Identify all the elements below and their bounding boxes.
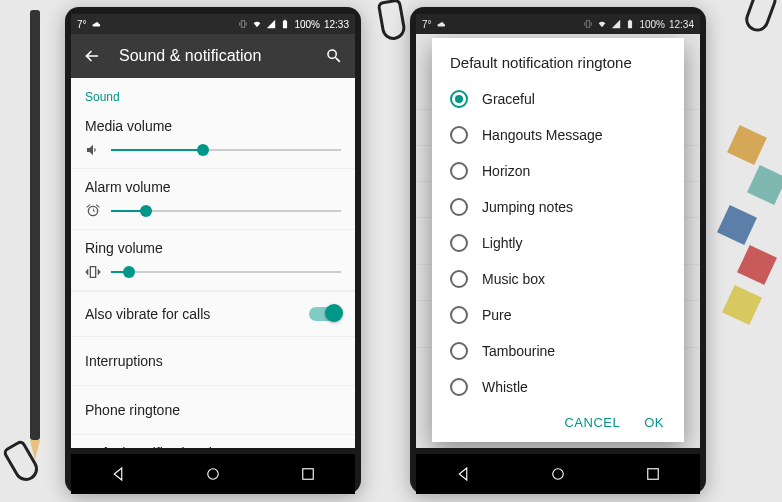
alarm-volume-label: Alarm volume	[85, 179, 341, 195]
back-icon[interactable]	[83, 47, 101, 65]
wifi-icon	[252, 19, 262, 29]
speaker-icon	[85, 142, 101, 158]
media-volume-label: Media volume	[85, 118, 341, 134]
alarm-icon	[85, 203, 101, 219]
alarm-volume-slider[interactable]	[111, 210, 341, 212]
ringtone-list[interactable]: GracefulHangouts MessageHorizonJumping n…	[432, 81, 684, 405]
signal-icon	[266, 19, 276, 29]
nav-recent-icon[interactable]	[299, 465, 317, 483]
ringtone-option[interactable]: Horizon	[432, 153, 684, 189]
default-notif-label: Default notification ringtone	[85, 445, 341, 448]
ringtone-option[interactable]: Jumping notes	[432, 189, 684, 225]
media-volume-item[interactable]: Media volume	[71, 108, 355, 169]
radio-icon	[450, 270, 468, 288]
ringtone-option[interactable]: Whistle	[432, 369, 684, 405]
alarm-volume-item[interactable]: Alarm volume	[71, 169, 355, 230]
ringtone-label: Hangouts Message	[482, 127, 603, 143]
ringtone-label: Music box	[482, 271, 545, 287]
ringtone-label: Whistle	[482, 379, 528, 395]
svg-point-0	[208, 469, 219, 480]
vibrate-label: Also vibrate for calls	[85, 306, 210, 322]
battery-icon	[280, 19, 290, 29]
radio-icon	[450, 378, 468, 396]
cube-decoration	[712, 120, 782, 420]
radio-icon	[450, 306, 468, 324]
app-bar: Sound & notification	[71, 34, 355, 78]
binder-clip	[742, 0, 778, 35]
cancel-button[interactable]: CANCEL	[564, 415, 620, 430]
ringtone-option[interactable]: Tambourine	[432, 333, 684, 369]
nav-bar	[71, 454, 355, 494]
ringtone-label: Graceful	[482, 91, 535, 107]
phone-left: 7° 100% 12:33 Sound & notification Sound…	[65, 7, 361, 494]
nav-home-icon[interactable]	[549, 465, 567, 483]
radio-icon	[450, 126, 468, 144]
ringtone-label: Pure	[482, 307, 512, 323]
weather-icon	[91, 19, 101, 29]
nav-recent-icon[interactable]	[644, 465, 662, 483]
nav-bar	[416, 454, 700, 494]
ringtone-option[interactable]: Pure	[432, 297, 684, 333]
temperature: 7°	[77, 19, 87, 30]
ringtone-option[interactable]: Graceful	[432, 81, 684, 117]
nav-back-icon[interactable]	[454, 465, 472, 483]
interruptions-item[interactable]: Interruptions	[71, 337, 355, 386]
svg-rect-1	[302, 469, 313, 480]
ringtone-option[interactable]: Hangouts Message	[432, 117, 684, 153]
status-bar: 7° 100% 12:33	[71, 14, 355, 34]
ringtone-option[interactable]: Lightly	[432, 225, 684, 261]
phone-right: 7° 100% 12:34 R A I P DG N WShow all not…	[410, 7, 706, 494]
vibrate-icon	[85, 264, 101, 280]
pencil-decoration	[30, 10, 40, 440]
ringtone-option[interactable]: Music box	[432, 261, 684, 297]
svg-rect-3	[647, 469, 658, 480]
ringtone-label: Tambourine	[482, 343, 555, 359]
ok-button[interactable]: OK	[644, 415, 664, 430]
battery-pct: 100%	[294, 19, 320, 30]
search-icon[interactable]	[325, 47, 343, 65]
page-title: Sound & notification	[119, 47, 307, 65]
phone-ringtone-item[interactable]: Phone ringtone	[71, 386, 355, 435]
dialog-title: Default notification ringtone	[432, 38, 684, 81]
binder-clip	[377, 0, 408, 42]
default-notification-item[interactable]: Default notification ringtone Graceful	[71, 435, 355, 448]
ringtone-label: Jumping notes	[482, 199, 573, 215]
vibrate-toggle[interactable]	[309, 307, 341, 321]
ring-volume-item[interactable]: Ring volume	[71, 230, 355, 291]
ringtone-label: Horizon	[482, 163, 530, 179]
radio-icon	[450, 162, 468, 180]
radio-icon	[450, 342, 468, 360]
nav-back-icon[interactable]	[109, 465, 127, 483]
nav-home-icon[interactable]	[204, 465, 222, 483]
section-header-sound: Sound	[71, 78, 355, 108]
radio-icon	[450, 198, 468, 216]
vibrate-for-calls-item[interactable]: Also vibrate for calls	[71, 291, 355, 337]
radio-icon	[450, 234, 468, 252]
radio-icon	[450, 90, 468, 108]
vibrate-icon	[238, 19, 248, 29]
media-volume-slider[interactable]	[111, 149, 341, 151]
ring-volume-label: Ring volume	[85, 240, 341, 256]
clock: 12:33	[324, 19, 349, 30]
ringtone-label: Lightly	[482, 235, 522, 251]
svg-point-2	[553, 469, 564, 480]
ring-volume-slider[interactable]	[111, 271, 341, 273]
ringtone-dialog: Default notification ringtone GracefulHa…	[432, 38, 684, 442]
